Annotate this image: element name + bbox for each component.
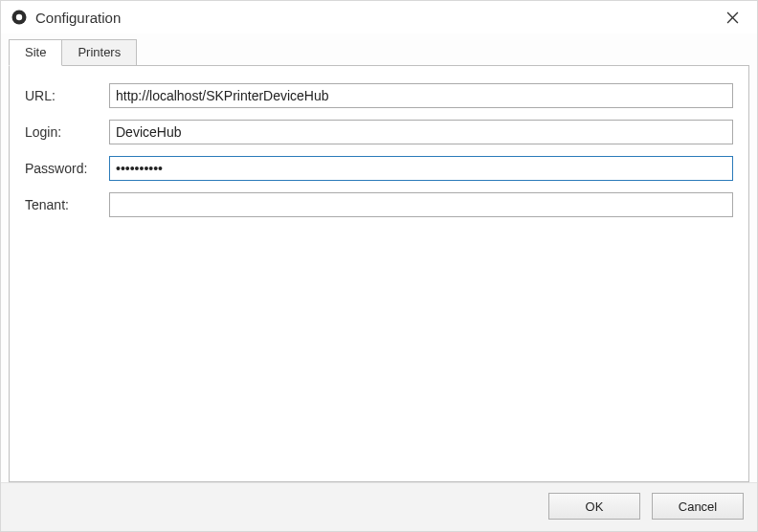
tab-site-label: Site [25, 45, 46, 59]
url-input[interactable] [109, 83, 733, 108]
password-input[interactable] [109, 156, 733, 181]
password-row: Password: [25, 156, 733, 181]
login-input[interactable] [109, 120, 733, 144]
tab-strip: Site Printers [9, 39, 749, 66]
titlebar: Configuration [1, 1, 757, 33]
dialog-footer: OK Cancel [1, 482, 757, 531]
client-area: Site Printers URL: Login: Password: Tena… [1, 33, 757, 482]
titlebar-left: Configuration [11, 9, 121, 26]
ok-button[interactable]: OK [548, 493, 640, 520]
login-row: Login: [25, 120, 733, 144]
tenant-input[interactable] [109, 192, 733, 217]
app-icon [11, 9, 28, 26]
site-panel: URL: Login: Password: Tenant: [9, 65, 749, 482]
login-label: Login: [25, 124, 109, 140]
tab-site[interactable]: Site [9, 39, 62, 66]
url-label: URL: [25, 88, 109, 103]
password-label: Password: [25, 161, 109, 176]
close-button[interactable] [719, 7, 746, 28]
tenant-label: Tenant: [25, 197, 109, 212]
tab-printers[interactable]: Printers [61, 39, 137, 66]
tab-printers-label: Printers [78, 45, 121, 59]
configuration-window: Configuration Site Printers URL: Logi [0, 0, 758, 532]
close-icon [726, 11, 739, 24]
window-title: Configuration [35, 10, 121, 26]
url-row: URL: [25, 83, 733, 108]
cancel-button[interactable]: Cancel [652, 493, 744, 520]
tenant-row: Tenant: [25, 192, 733, 217]
svg-point-1 [16, 14, 22, 20]
